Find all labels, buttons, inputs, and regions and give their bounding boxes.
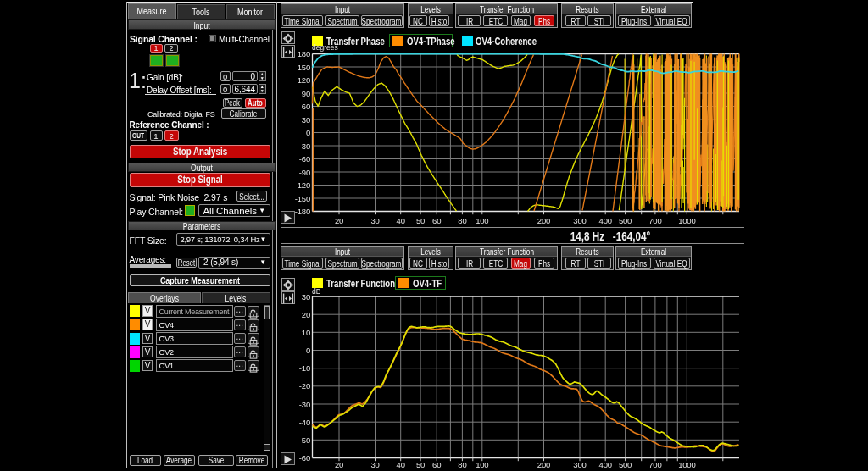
svg-text:80: 80 bbox=[458, 216, 466, 225]
svg-text:180: 180 bbox=[298, 49, 310, 58]
svg-text:-120: -120 bbox=[295, 180, 310, 190]
svg-text:30: 30 bbox=[302, 292, 310, 302]
svg-text:-30: -30 bbox=[299, 141, 310, 151]
svg-text:degrees: degrees bbox=[312, 43, 338, 52]
svg-text:40: 40 bbox=[397, 216, 405, 225]
svg-text:60: 60 bbox=[432, 216, 441, 225]
svg-text:700: 700 bbox=[648, 216, 661, 225]
svg-text:500: 500 bbox=[619, 216, 632, 225]
svg-text:30: 30 bbox=[370, 216, 379, 225]
svg-text:0: 0 bbox=[306, 346, 310, 355]
svg-text:-150: -150 bbox=[295, 194, 310, 203]
svg-text:-30: -30 bbox=[299, 400, 310, 409]
svg-text:0: 0 bbox=[306, 128, 310, 137]
svg-text:20: 20 bbox=[335, 216, 343, 225]
svg-text:-60: -60 bbox=[299, 453, 310, 463]
svg-text:-60: -60 bbox=[299, 154, 310, 163]
svg-text:dB: dB bbox=[312, 287, 321, 296]
svg-text:-10: -10 bbox=[299, 363, 310, 373]
svg-text:50: 50 bbox=[416, 216, 425, 225]
svg-text:90: 90 bbox=[302, 89, 310, 98]
svg-text:10: 10 bbox=[302, 328, 310, 337]
svg-text:20: 20 bbox=[302, 310, 310, 319]
svg-text:-40: -40 bbox=[299, 418, 310, 427]
svg-text:30: 30 bbox=[302, 115, 310, 125]
svg-text:-50: -50 bbox=[299, 435, 310, 445]
svg-text:400: 400 bbox=[599, 216, 612, 225]
svg-text:-180: -180 bbox=[295, 207, 310, 216]
svg-text:-20: -20 bbox=[299, 381, 310, 391]
svg-text:100: 100 bbox=[476, 216, 488, 225]
svg-text:-90: -90 bbox=[299, 168, 310, 177]
svg-text:200: 200 bbox=[537, 216, 550, 225]
svg-text:150: 150 bbox=[298, 63, 310, 72]
svg-text:300: 300 bbox=[573, 216, 586, 225]
svg-text:1000: 1000 bbox=[678, 216, 695, 225]
svg-text:120: 120 bbox=[298, 75, 310, 85]
svg-text:60: 60 bbox=[302, 102, 310, 111]
